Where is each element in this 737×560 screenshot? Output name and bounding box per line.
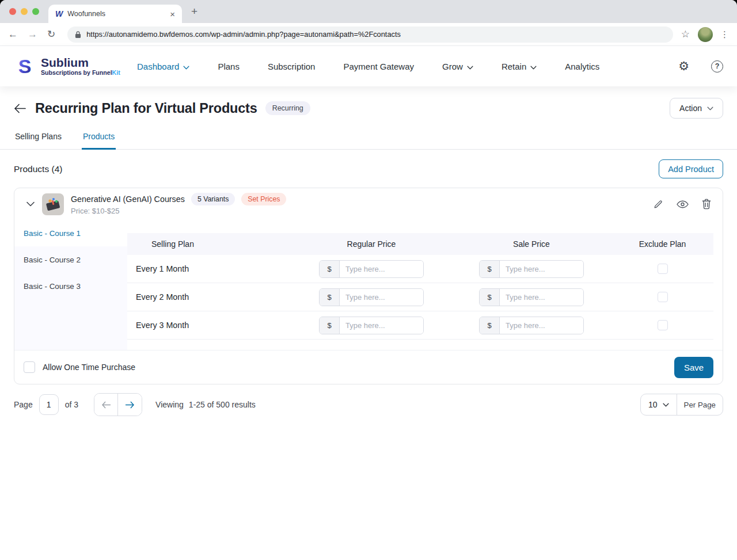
app-header: S Sublium Subscriptions by FunnelKit Das…: [0, 46, 737, 86]
sale-price-input-group: $: [479, 260, 584, 278]
sale-price-input[interactable]: [500, 289, 583, 306]
add-product-button[interactable]: Add Product: [659, 159, 723, 178]
regular-price-input[interactable]: [340, 317, 423, 334]
url-text: https://autonamidemo.bwfdemos.com/wp-adm…: [86, 30, 401, 39]
nav-item-payment-gateway[interactable]: Payment Gateway: [343, 62, 414, 71]
regular-price-input-group: $: [319, 317, 424, 334]
sale-price-input[interactable]: [500, 261, 583, 277]
pagination: Page of 3 Viewing 1-25 of 500 results 10…: [14, 393, 723, 416]
page-number-input[interactable]: [39, 394, 59, 415]
browser-back-icon[interactable]: ←: [8, 29, 18, 40]
variant-item-course-2[interactable]: Basic - Course 2: [14, 246, 127, 273]
col-selling-plan: Selling Plan: [127, 239, 291, 249]
lock-icon: [75, 31, 81, 39]
product-card-header: Generative AI (GenAI) Courses 5 Variants…: [14, 188, 723, 220]
browser-tab[interactable]: W Woofunnels ×: [48, 5, 182, 23]
chevron-down-icon: [183, 62, 189, 71]
main-nav: Dashboard Plans Subscription Payment Gat…: [137, 62, 599, 71]
currency-prefix: $: [320, 261, 340, 277]
browser-toolbar: ← → ↻ https://autonamidemo.bwfdemos.com/…: [0, 23, 737, 46]
browser-menu-icon[interactable]: ⋮: [720, 29, 729, 40]
prev-page-arrow-icon[interactable]: [94, 394, 118, 416]
viewing-label: Viewing: [155, 400, 184, 409]
viewing-range: 1-25 of 500 results: [189, 400, 256, 409]
sublium-logo[interactable]: S Sublium Subscriptions by FunnelKit: [14, 55, 120, 77]
tabs: Selling Plans Products: [0, 125, 737, 150]
next-page-arrow-icon[interactable]: [118, 394, 142, 416]
regular-price-input[interactable]: [340, 261, 423, 277]
regular-price-input-group: $: [319, 288, 424, 306]
nav-item-plans[interactable]: Plans: [218, 62, 240, 71]
per-page-control: 10 Per Page: [640, 394, 723, 416]
bookmark-star-icon[interactable]: ☆: [681, 28, 690, 40]
edit-pencil-icon[interactable]: [653, 199, 663, 209]
product-price-range: Price: $10-$25: [71, 207, 286, 215]
page-of-label: of 3: [65, 400, 78, 409]
allow-one-time-purchase-checkbox[interactable]: [24, 361, 35, 373]
logo-title: Sublium: [41, 56, 120, 69]
per-page-select[interactable]: 10: [641, 394, 677, 415]
close-tab-icon[interactable]: ×: [170, 9, 175, 19]
logo-subtitle: Subscriptions by FunnelKit: [41, 69, 120, 76]
nav-item-analytics[interactable]: Analytics: [565, 62, 599, 71]
variant-item-course-3[interactable]: Basic - Course 3: [14, 273, 127, 299]
variant-item-course-1[interactable]: Basic - Course 1: [14, 220, 127, 246]
variant-sidebar: Basic - Course 1 Basic - Course 2 Basic …: [14, 220, 127, 350]
minimize-window-button[interactable]: [21, 8, 28, 15]
new-tab-button[interactable]: +: [191, 5, 197, 18]
close-window-button[interactable]: [9, 8, 16, 15]
view-eye-icon[interactable]: [677, 200, 689, 208]
page-title: Recurring Plan for Virtual Products: [35, 101, 257, 116]
exclude-plan-checkbox[interactable]: [658, 292, 668, 302]
exclude-plan-checkbox[interactable]: [658, 320, 668, 330]
pricing-table-header: Selling Plan Regular Price Sale Price Ex…: [127, 233, 713, 255]
currency-prefix: $: [480, 261, 500, 277]
nav-item-grow[interactable]: Grow: [442, 62, 473, 71]
save-button[interactable]: Save: [674, 357, 713, 378]
browser-reload-icon[interactable]: ↻: [47, 28, 55, 40]
variants-badge: 5 Variants: [191, 193, 235, 205]
sale-price-input-group: $: [479, 288, 584, 306]
chevron-down-icon: [530, 62, 537, 71]
browser-forward-icon[interactable]: →: [28, 29, 37, 40]
browser-window: W Woofunnels × + ← → ↻ https://autonamid…: [0, 0, 737, 560]
maximize-window-button[interactable]: [32, 8, 39, 15]
page-label: Page: [14, 400, 33, 409]
settings-gear-icon[interactable]: ⚙: [678, 59, 689, 73]
allow-one-time-purchase-label: Allow One Time Purchase: [43, 363, 135, 372]
sale-price-input[interactable]: [500, 317, 583, 334]
pagination-arrows: [94, 393, 142, 416]
action-button[interactable]: Action: [670, 98, 723, 119]
exclude-plan-checkbox[interactable]: [658, 264, 668, 274]
collapse-chevron-icon[interactable]: [22, 201, 39, 207]
sublium-logo-icon: S: [14, 55, 36, 77]
help-icon[interactable]: ?: [711, 60, 723, 73]
window-controls: [9, 8, 39, 15]
woofunnels-favicon-icon: W: [55, 9, 63, 18]
back-arrow-icon[interactable]: [14, 104, 26, 113]
products-section-header: Products (4) Add Product: [0, 150, 737, 184]
url-bar[interactable]: https://autonamidemo.bwfdemos.com/wp-adm…: [67, 26, 673, 43]
nav-item-retain[interactable]: Retain: [502, 62, 537, 71]
per-page-label: Per Page: [677, 394, 723, 415]
currency-prefix: $: [480, 289, 500, 306]
browser-tab-strip: W Woofunnels × +: [0, 0, 737, 23]
regular-price-input-group: $: [319, 260, 424, 278]
selling-plan-label: Every 1 Month: [127, 264, 291, 273]
col-regular-price: Regular Price: [291, 239, 451, 249]
page-title-row: Recurring Plan for Virtual Products Recu…: [0, 86, 737, 123]
products-count-title: Products (4): [14, 164, 62, 174]
sale-price-input-group: $: [479, 317, 584, 334]
nav-item-subscription[interactable]: Subscription: [268, 62, 316, 71]
tab-products[interactable]: Products: [82, 125, 116, 150]
regular-price-input[interactable]: [340, 289, 423, 306]
chevron-down-icon: [663, 403, 669, 407]
table-row: Every 3 Month $ $: [127, 311, 713, 340]
tab-selling-plans[interactable]: Selling Plans: [14, 125, 63, 149]
nav-item-dashboard[interactable]: Dashboard: [137, 62, 189, 71]
status-badge: Recurring: [265, 101, 310, 115]
delete-trash-icon[interactable]: [702, 199, 711, 209]
col-exclude-plan: Exclude Plan: [611, 239, 713, 249]
product-card: Generative AI (GenAI) Courses 5 Variants…: [14, 188, 723, 384]
browser-profile-avatar[interactable]: [698, 27, 713, 42]
